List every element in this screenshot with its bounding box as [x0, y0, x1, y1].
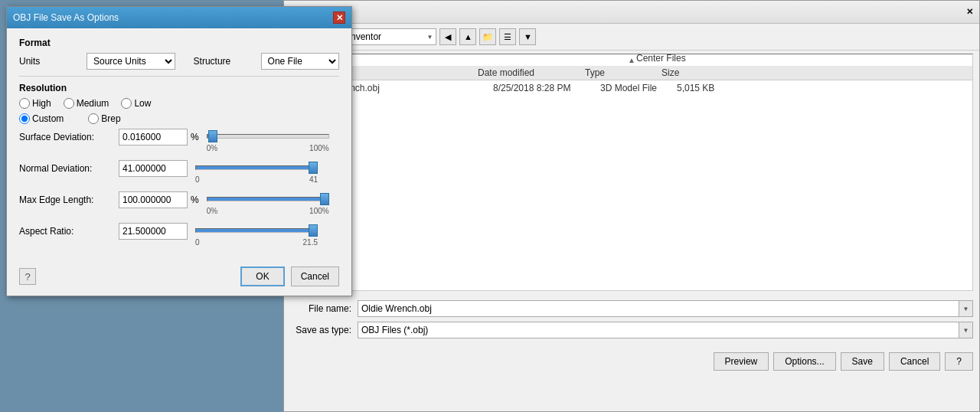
surface-deviation-slider-track-container	[207, 129, 329, 144]
radio-brep[interactable]: Brep	[88, 113, 120, 124]
dialog-close-button[interactable]: ✕	[333, 11, 345, 24]
up-btn[interactable]: ▲	[459, 28, 476, 45]
options-button[interactable]: Options...	[773, 352, 835, 371]
max-edge-length-fill	[207, 198, 328, 201]
max-edge-length-input[interactable]: 100.000000	[119, 191, 188, 208]
aspect-ratio-min-label: 0	[195, 238, 200, 247]
save-button[interactable]: Save	[841, 352, 884, 371]
help-file-browser-button[interactable]: ?	[945, 352, 973, 371]
file-browser-close-icon[interactable]: ✕	[966, 7, 973, 17]
preview-button[interactable]: Preview	[714, 352, 769, 371]
save-as-type-dropdown-btn[interactable]: ▼	[959, 322, 973, 338]
table-row[interactable]: 3D Oldie Wrench.obj 8/25/2018 8:28 PM 3D…	[291, 80, 972, 96]
surface-deviation-thumb[interactable]	[208, 130, 217, 142]
max-edge-length-input-wrap: 100.000000 %	[119, 191, 199, 208]
views-btn[interactable]: ☰	[499, 28, 516, 45]
ok-button[interactable]: OK	[240, 266, 284, 286]
center-files-label: Center Files	[636, 53, 686, 64]
aspect-ratio-fill	[196, 229, 317, 232]
radio-high[interactable]: High	[19, 98, 51, 109]
normal-deviation-label: Normal Deviation:	[19, 160, 119, 174]
file-type: 3D Model File	[600, 83, 677, 93]
normal-deviation-thumb[interactable]	[309, 162, 318, 174]
radio-low-label: Low	[134, 98, 151, 109]
back-btn[interactable]: ◀	[439, 28, 456, 45]
structure-label: Structure	[194, 56, 255, 67]
aspect-ratio-label: Aspect Ratio:	[19, 223, 119, 237]
radio-brep-input[interactable]	[88, 113, 99, 124]
radio-medium[interactable]: Medium	[64, 98, 109, 109]
radio-high-input[interactable]	[19, 98, 30, 109]
resolution-radio-group-2: Custom Brep	[19, 113, 339, 124]
save-in-arrow-icon: ▼	[426, 34, 433, 41]
radio-medium-input[interactable]	[64, 98, 74, 109]
close-icon: ✕	[336, 13, 343, 23]
file-list-area: ▲ Name Date modified Type Size 3D Oldie …	[290, 54, 973, 291]
scroll-up-arrow[interactable]: ▲	[291, 54, 972, 66]
max-edge-length-label: Max Edge Length:	[19, 191, 119, 205]
file-name-row: File name: ▼	[290, 300, 973, 317]
max-edge-length-min-label: 0%	[207, 207, 217, 215]
format-divider	[19, 76, 339, 77]
max-edge-length-labels: 0% 100%	[207, 207, 329, 215]
file-browser-titlebar: ✕	[284, 1, 979, 24]
radio-low-input[interactable]	[121, 98, 132, 109]
surface-deviation-row: Surface Deviation: 0.016000 % 0% 100%	[19, 129, 339, 152]
cancel-button[interactable]: Cancel	[291, 266, 339, 286]
max-edge-length-thumb[interactable]	[320, 193, 329, 205]
normal-deviation-input[interactable]: 41.000000	[119, 160, 188, 177]
aspect-ratio-input[interactable]: 21.500000	[119, 223, 188, 240]
file-name-dropdown-btn[interactable]: ▼	[959, 300, 973, 317]
normal-deviation-input-wrap: 41.000000	[119, 160, 188, 177]
file-browser-toolbar: Save in: inventor ▼ ◀ ▲ 📁 ☰ ▼ Center Fil…	[284, 24, 979, 51]
aspect-ratio-thumb[interactable]	[309, 224, 318, 237]
cancel-file-browser-button[interactable]: Cancel	[889, 352, 940, 371]
normal-deviation-row: Normal Deviation: 41.000000 0 41	[19, 160, 339, 184]
file-size: 5,015 KB	[677, 83, 738, 93]
max-edge-length-max-label: 100%	[309, 207, 329, 215]
file-list-header: Name Date modified Type Size	[291, 66, 972, 80]
format-section-label: Format	[19, 38, 339, 48]
col-size: Size	[662, 67, 723, 78]
radio-custom-input[interactable]	[19, 113, 30, 124]
aspect-ratio-row: Aspect Ratio: 21.500000 0 21.5	[19, 223, 339, 247]
file-browser-window: ✕ Save in: inventor ▼ ◀ ▲ 📁 ☰ ▼ Center F…	[283, 0, 980, 412]
max-edge-length-unit: %	[191, 195, 199, 205]
surface-deviation-input-wrap: 0.016000 %	[119, 129, 199, 146]
file-name-label: File name:	[290, 303, 351, 314]
col-type: Type	[585, 67, 662, 78]
max-edge-length-row: Max Edge Length: 100.000000 % 0% 100%	[19, 191, 339, 215]
surface-deviation-input[interactable]: 0.016000	[119, 129, 188, 146]
resolution-radio-group-1: High Medium Low	[19, 98, 339, 109]
normal-deviation-max-label: 41	[309, 175, 318, 184]
footer-left: ?	[19, 268, 36, 285]
units-select[interactable]: Source Units	[87, 53, 175, 70]
file-browser-bottom: File name: ▼ Save as type: ▼	[284, 294, 979, 349]
footer-buttons: OK Cancel	[240, 266, 339, 286]
surface-deviation-labels: 0% 100%	[207, 144, 329, 152]
normal-deviation-slider-area: 0 41	[195, 160, 318, 184]
surface-deviation-track	[207, 134, 329, 139]
units-label: Units	[19, 56, 80, 67]
views-dropdown-btn[interactable]: ▼	[519, 28, 536, 45]
resolution-section-label: Resolution	[19, 83, 339, 93]
aspect-ratio-max-label: 21.5	[303, 238, 318, 247]
surface-deviation-slider-area: 0% 100%	[207, 129, 329, 152]
radio-custom[interactable]: Custom	[19, 113, 64, 124]
aspect-ratio-slider-area: 0 21.5	[195, 223, 318, 247]
max-edge-length-slider-track-container	[207, 191, 329, 207]
dialog-title: OBJ File Save As Options	[13, 12, 119, 23]
file-name-input[interactable]	[358, 300, 959, 317]
aspect-ratio-track	[195, 228, 318, 233]
new-folder-btn[interactable]: 📁	[479, 28, 496, 45]
normal-deviation-min-label: 0	[195, 175, 200, 184]
file-date: 8/25/2018 8:28 PM	[493, 83, 600, 93]
save-as-type-row: Save as type: ▼	[290, 322, 973, 338]
radio-low[interactable]: Low	[121, 98, 151, 109]
aspect-ratio-input-wrap: 21.500000	[119, 223, 188, 240]
normal-deviation-labels: 0 41	[195, 175, 318, 184]
structure-select[interactable]: One File	[261, 53, 339, 70]
save-as-type-input[interactable]	[358, 322, 959, 338]
radio-custom-label: Custom	[32, 113, 64, 124]
help-button[interactable]: ?	[19, 268, 36, 285]
